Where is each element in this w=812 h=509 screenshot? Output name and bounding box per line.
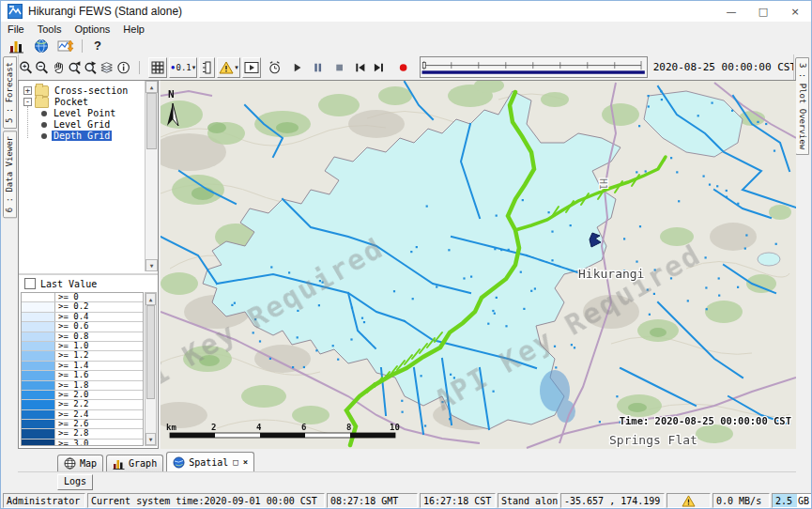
time-slider-handle[interactable] (422, 63, 425, 69)
interval-dropdown[interactable]: ● 0.1 ▾ (169, 57, 198, 78)
tree-scrollbar[interactable]: ▲ ▼ (145, 81, 158, 271)
tab-spatial-active[interactable]: Spatial □ × (166, 452, 254, 471)
timeseries-display-icon[interactable] (57, 39, 74, 54)
menu-tools[interactable]: Tools (31, 23, 69, 35)
animation-button[interactable] (242, 57, 261, 78)
town-label: Hikurangi (578, 267, 644, 281)
legend-color-swatch (22, 322, 55, 331)
legend-row[interactable]: >= 3.0 (22, 440, 143, 446)
timer-icon[interactable] (268, 59, 282, 76)
legend-row[interactable]: >= 0.6 (22, 322, 143, 332)
tree-node-level-point[interactable]: Level Point (41, 108, 117, 118)
svg-text:N: N (168, 88, 175, 100)
legend-color-swatch (22, 429, 55, 438)
tree-node-label-selected: Depth Grid (52, 131, 112, 141)
play-button[interactable] (290, 59, 304, 76)
scrollbar-thumb[interactable] (146, 93, 157, 149)
legend-color-swatch (22, 381, 55, 390)
database-bars-icon[interactable] (8, 39, 25, 54)
status-memory: 2.5 GB (772, 493, 812, 508)
scroll-up-icon[interactable]: ▲ (146, 293, 156, 305)
skip-to-end-button[interactable] (372, 59, 386, 76)
tab-close-icon[interactable]: × (243, 457, 248, 467)
legend-threshold-label: >= 2.2 (55, 400, 143, 409)
legend-threshold-label: >= 1.4 (55, 362, 143, 370)
logs-button[interactable]: Logs (57, 474, 93, 490)
collapse-icon[interactable]: - (23, 98, 32, 106)
warning-dropdown[interactable]: ▾ (217, 57, 240, 78)
flat-label: Springs Flat (609, 433, 697, 447)
stop-button[interactable] (332, 59, 346, 76)
help-button[interactable]: ? (90, 39, 105, 53)
grid-display-button[interactable] (148, 57, 167, 78)
legend-row[interactable]: >= 1.6 (22, 371, 143, 380)
tab-forecast[interactable]: 5 : Forecast (3, 56, 17, 129)
zoom-out-icon[interactable] (35, 59, 49, 76)
pan-hand-icon[interactable] (52, 59, 66, 76)
tree-node-pocket[interactable]: - Pocket (23, 97, 90, 107)
tab-map[interactable]: Map (57, 455, 103, 471)
map-canvas: API Key Required API Key Required Hikura… (161, 81, 796, 449)
zoom-previous-icon[interactable] (68, 59, 82, 76)
svg-text:6: 6 (301, 423, 306, 432)
title-bar: Hikurangi FEWS (Stand alone) — □ × (1, 1, 811, 23)
tab-plot-overview[interactable]: 3 : Plot Overview (795, 57, 809, 155)
zoom-in-icon[interactable] (19, 59, 33, 76)
legend-threshold-label: >= 2.0 (55, 391, 143, 399)
legend-threshold-label: >= 0 (55, 293, 143, 301)
legend-color-swatch (22, 351, 55, 360)
record-button[interactable] (396, 59, 410, 76)
tree-node-label: Cross-section (53, 85, 130, 96)
leaf-bullet-icon (41, 111, 47, 116)
window-title: Hikurangi FEWS (Stand alone) (28, 5, 182, 18)
legend-threshold-label: >= 1.6 (55, 371, 143, 379)
legend-color-swatch (22, 332, 55, 341)
legend-color-swatch (22, 420, 55, 428)
zoom-next-icon[interactable] (84, 59, 98, 76)
status-network-speed: 0.0 MB/s (712, 493, 770, 508)
layers-icon[interactable] (100, 59, 114, 76)
menu-options[interactable]: Options (68, 23, 116, 35)
warning-icon (682, 495, 696, 507)
scroll-down-icon[interactable]: ▼ (146, 433, 156, 445)
map-globe-icon[interactable] (33, 39, 50, 54)
map-time-label: Time: 2020-08-25 00:00:00 CST (620, 415, 791, 426)
tree-node-label: Pocket (53, 97, 90, 107)
status-local-time: 16:27:18 CST (420, 493, 496, 508)
tab-maximize-icon[interactable]: □ (233, 457, 237, 467)
tree-node-level-grid[interactable]: Level Grid (41, 119, 112, 130)
scroll-up-icon[interactable]: ▲ (146, 81, 158, 93)
chevron-down-icon: ▾ (235, 64, 238, 71)
minimize-button[interactable]: — (715, 1, 747, 22)
status-warning-cell[interactable] (666, 493, 711, 508)
info-icon[interactable] (116, 59, 130, 76)
menu-file[interactable]: File (1, 23, 31, 35)
menu-help[interactable]: Help (116, 23, 151, 35)
interval-dot-icon: ● (171, 63, 176, 71)
vertical-profile-button[interactable] (199, 57, 215, 78)
legend-threshold-label: >= 1.8 (55, 381, 143, 390)
maximize-button[interactable]: □ (747, 1, 779, 22)
legend-color-swatch (22, 313, 55, 321)
legend-threshold-label: >= 1.0 (55, 342, 143, 350)
scroll-down-icon[interactable]: ▼ (146, 259, 158, 271)
logs-row: Logs (18, 471, 796, 492)
legend-panel: Last Value >= 0>= 0.2>= 0.4>= 0.6>= 0.8>… (19, 275, 158, 448)
window-controls: — □ × (715, 1, 811, 22)
expand-icon[interactable]: + (23, 86, 32, 95)
map-viewport[interactable]: API Key Required API Key Required Hikura… (161, 80, 796, 449)
legend-threshold-label: >= 0.8 (55, 332, 143, 341)
last-value-checkbox[interactable] (24, 278, 36, 289)
skip-to-start-button[interactable] (353, 59, 367, 76)
close-button[interactable]: × (779, 1, 811, 22)
scrollbar-thumb[interactable] (146, 305, 155, 399)
tree-connector (27, 106, 29, 138)
time-slider[interactable] (420, 56, 648, 78)
tab-data-viewer[interactable]: 6 : Data Viewer (3, 131, 17, 218)
pause-button[interactable] (311, 59, 325, 76)
flood-pond (758, 253, 780, 266)
legend-scrollbar[interactable]: ▲ ▼ (145, 292, 157, 446)
tab-graph[interactable]: Graph (106, 455, 163, 471)
tree-node-depth-grid[interactable]: Depth Grid (41, 131, 112, 141)
legend-threshold-label: >= 2.8 (55, 429, 143, 438)
